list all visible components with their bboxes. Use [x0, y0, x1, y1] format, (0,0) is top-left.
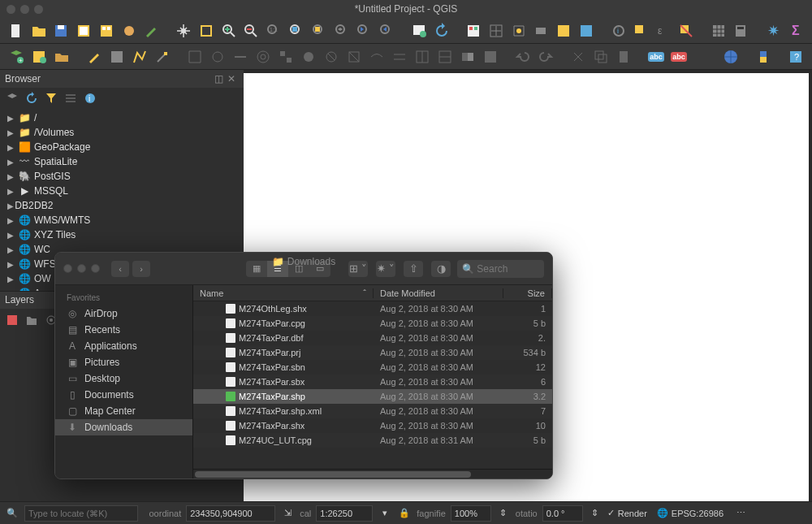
expand-arrow-icon[interactable]: ▶	[6, 187, 15, 196]
finder-forward-button[interactable]: ›	[132, 261, 150, 277]
cut-features-button[interactable]	[568, 47, 588, 67]
add-part-button[interactable]	[276, 47, 296, 67]
messages-button[interactable]: ⋯	[733, 506, 748, 521]
finder-sidebar-item[interactable]: ▤Recents	[55, 322, 192, 338]
finder-sidebar-item[interactable]: ▯Documents	[55, 387, 192, 403]
save-edits-button[interactable]	[107, 47, 127, 67]
plugin-globe-button[interactable]	[721, 47, 741, 67]
minimize-window-btn[interactable]	[20, 5, 29, 14]
paste-features-button[interactable]	[614, 47, 633, 67]
finder-view-icons[interactable]: ▦	[246, 261, 267, 277]
file-row[interactable]: M274TaxPar.dbfAug 2, 2018 at 8:30 AM2.	[193, 331, 552, 345]
file-row[interactable]: M274TaxPar.shp.xmlAug 2, 2018 at 8:30 AM…	[193, 404, 552, 418]
add-layer-icon[interactable]	[5, 91, 19, 106]
select-by-expr-button[interactable]: ε	[654, 21, 673, 41]
toggle-extents-icon[interactable]: ⇲	[280, 506, 295, 521]
merge-features-button[interactable]	[458, 47, 477, 67]
file-row[interactable]: M274TaxPar.shxAug 2, 2018 at 8:30 AM10	[193, 418, 552, 433]
file-row[interactable]: M274TaxPar.sbnAug 2, 2018 at 8:30 AM12	[193, 360, 552, 375]
add-ring-button[interactable]	[253, 47, 273, 67]
expand-arrow-icon[interactable]: ▶	[6, 114, 15, 123]
zoom-last-button[interactable]	[354, 21, 374, 41]
locator-input[interactable]	[24, 505, 138, 522]
refresh-browser-icon[interactable]	[24, 91, 39, 106]
toggle-editing-button[interactable]	[84, 47, 104, 67]
field-calculator-button[interactable]	[732, 21, 751, 41]
finder-share-button[interactable]: ⇧	[404, 261, 423, 277]
collapse-all-icon[interactable]	[63, 91, 78, 106]
offset-curve-button[interactable]	[390, 47, 409, 67]
finder-sidebar-item[interactable]: ⬇Downloads	[55, 419, 192, 435]
finder-search[interactable]: 🔍 Search	[457, 260, 544, 278]
browser-item[interactable]: ▶DB2DB2	[3, 198, 240, 213]
coord-input[interactable]	[186, 505, 275, 522]
zoom-window-btn[interactable]	[34, 5, 43, 14]
expand-arrow-icon[interactable]: ▶	[6, 231, 15, 240]
browser-item[interactable]: ▶🟧GeoPackage	[3, 140, 240, 154]
new-virtual-layer-button[interactable]	[554, 21, 573, 41]
scrollbar-thumb[interactable]	[195, 471, 471, 478]
filter-browser-icon[interactable]	[44, 91, 58, 106]
close-window-btn[interactable]	[6, 5, 15, 14]
col-modified[interactable]: Date Modified	[374, 288, 503, 298]
select-button[interactable]	[632, 21, 651, 41]
finder-action-button[interactable]: ✷ ˅	[376, 261, 395, 277]
vertex-tool-button[interactable]	[153, 47, 172, 67]
new-shapefile-button[interactable]	[509, 21, 529, 41]
new-map-view-button[interactable]	[409, 21, 429, 41]
merge-attributes-button[interactable]	[481, 47, 500, 67]
expand-arrow-icon[interactable]: ▶	[6, 128, 15, 137]
rotate-feature-button[interactable]	[208, 47, 227, 67]
expand-arrow-icon[interactable]: ▶	[6, 260, 15, 269]
delete-ring-button[interactable]	[322, 47, 341, 67]
lock-scale-icon[interactable]: 🔒	[397, 506, 412, 521]
browser-item[interactable]: ▶🌐XYZ Tiles	[3, 227, 240, 242]
rotation-stepper[interactable]: ⇕	[588, 506, 603, 521]
expand-arrow-icon[interactable]: ▶	[6, 216, 15, 225]
toolbox-button[interactable]: ✷	[763, 21, 783, 41]
zoom-out-button[interactable]	[242, 21, 261, 41]
file-row[interactable]: M274UC_LUT.cpgAug 2, 2018 at 8:31 AM5 b	[193, 433, 552, 448]
file-row[interactable]: M274TaxPar.sbxAug 2, 2018 at 8:30 AM6	[193, 375, 552, 389]
split-parts-button[interactable]	[435, 47, 455, 67]
pan-to-selection-button[interactable]	[197, 21, 216, 41]
move-feature-button[interactable]	[185, 47, 205, 67]
identify-button[interactable]: i	[609, 21, 628, 41]
layers-add-group-icon[interactable]	[24, 313, 39, 327]
add-vector-layer-button[interactable]: +	[6, 47, 26, 67]
reshape-button[interactable]	[367, 47, 387, 67]
browser-item[interactable]: ▶▶MSSQL	[3, 184, 240, 198]
help-button[interactable]: ?	[786, 47, 806, 67]
expand-arrow-icon[interactable]: ▶	[6, 201, 15, 210]
finder-tags-button[interactable]: ◑	[431, 261, 451, 277]
delete-part-button[interactable]	[344, 47, 364, 67]
statistics-button[interactable]: Σ	[786, 21, 806, 41]
zoom-selection-button[interactable]	[309, 21, 329, 41]
new-geopackage-button[interactable]	[486, 21, 506, 41]
finder-zoom-btn[interactable]	[91, 264, 100, 273]
split-features-button[interactable]	[412, 47, 432, 67]
scale-dropdown-icon[interactable]: ▾	[378, 506, 392, 521]
new-spatialite-button[interactable]	[532, 21, 551, 41]
finder-horiz-scrollbar[interactable]	[193, 469, 552, 479]
browser-item[interactable]: ▶〰SpatiaLite	[3, 154, 240, 169]
add-group-button[interactable]	[52, 47, 71, 67]
style-manager-button[interactable]	[119, 21, 139, 41]
finder-sidebar-item[interactable]: ▣Pictures	[55, 354, 192, 370]
expand-arrow-icon[interactable]: ▶	[6, 143, 15, 152]
finder-minimize-btn[interactable]	[77, 264, 86, 273]
col-name[interactable]: Nameˆ	[193, 288, 374, 298]
undo-button[interactable]	[513, 47, 533, 67]
file-row[interactable]: M274TaxPar.cpgAug 2, 2018 at 8:30 AM5 b	[193, 316, 552, 331]
deselect-button[interactable]	[676, 21, 696, 41]
zoom-full-button[interactable]	[287, 21, 306, 41]
render-checkbox[interactable]: ✓Render	[607, 508, 647, 518]
rotation-input[interactable]	[542, 505, 583, 522]
finder-sidebar-item[interactable]: AApplications	[55, 338, 192, 354]
open-project-button[interactable]	[29, 21, 49, 41]
panel-undock-icon[interactable]: ◫	[214, 73, 226, 84]
browser-item[interactable]: ▶📁/Volumes	[3, 125, 240, 140]
file-row[interactable]: M274OthLeg.shxAug 2, 2018 at 8:30 AM1	[193, 301, 552, 316]
finder-sidebar-item[interactable]: ▭Desktop	[55, 370, 192, 387]
scale-input[interactable]	[316, 505, 373, 522]
